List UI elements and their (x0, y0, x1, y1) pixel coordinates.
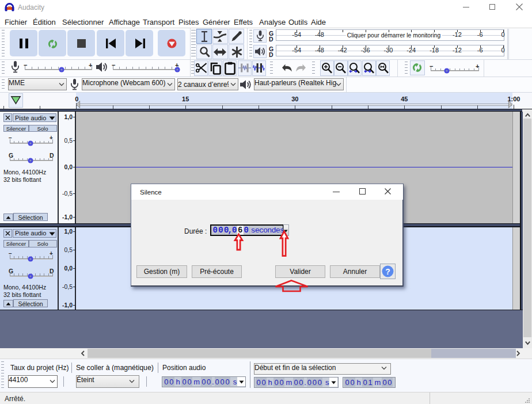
svg-text:?: ? (385, 267, 390, 276)
